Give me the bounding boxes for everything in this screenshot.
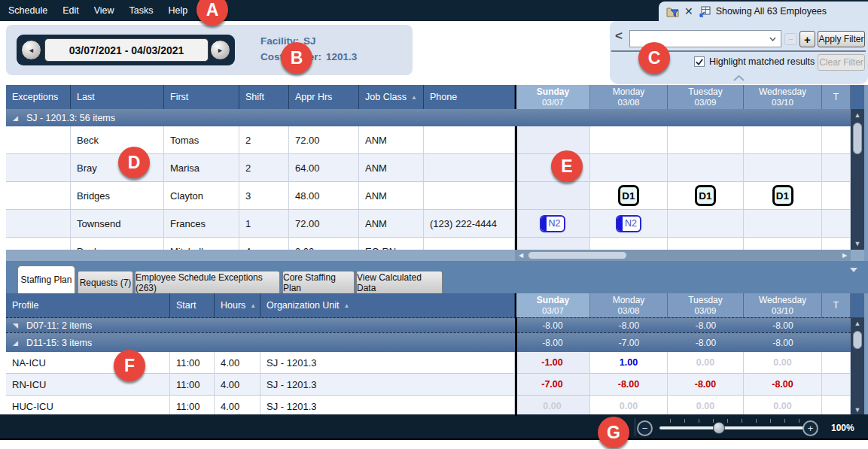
column-header-exceptions[interactable]: Exceptions (6, 85, 71, 109)
menu-item-view[interactable]: View (94, 5, 114, 16)
next-period-button[interactable]: ► (210, 40, 230, 60)
staffing-value-cell[interactable]: -8.00 (668, 374, 744, 396)
schedule-cell[interactable] (515, 238, 590, 250)
scroll-left-icon[interactable]: ◀ (516, 250, 526, 261)
column-header-last[interactable]: Last (71, 85, 164, 109)
employee-grid-horizontal-scrollbar[interactable]: ◀ ▶ (515, 250, 851, 261)
tab-view-calculated-data[interactable]: View Calculated Data (356, 271, 443, 293)
staffing-value-cell[interactable] (822, 396, 851, 416)
day-header-monday[interactable]: Monday03/08 (590, 85, 668, 109)
schedule-cell[interactable] (822, 210, 851, 238)
previous-period-button[interactable]: ◄ (21, 40, 41, 60)
scroll-up-icon[interactable]: ▲ (851, 109, 864, 121)
staffing-value-cell[interactable]: 0.00 (515, 396, 590, 416)
schedule-cell[interactable] (668, 126, 744, 154)
vscroll-thumb[interactable] (853, 123, 862, 154)
group-expander-icon[interactable]: ◢ (13, 114, 18, 122)
vscroll-thumb[interactable] (853, 331, 862, 349)
collapse-panel-chevron-icon[interactable] (733, 75, 745, 81)
clear-selection-icon[interactable]: ✕ (684, 6, 693, 17)
clear-filter-button[interactable]: Clear Filter (818, 54, 865, 71)
day-header-sunday[interactable]: Sunday03/07 (515, 85, 590, 109)
panel-collapse-caret-icon[interactable] (850, 268, 857, 272)
employee-row-townsend[interactable]: TownsendFrances172.00ANM(123) 222-4444N2… (6, 210, 851, 238)
day-header-wednesday[interactable]: Wednesday03/10 (744, 293, 822, 317)
staffing-value-cell[interactable]: 0.00 (668, 352, 744, 374)
shift-badge-n2[interactable]: N2 (540, 215, 565, 232)
highlight-matched-checkbox[interactable] (694, 56, 705, 67)
schedule-cell[interactable] (590, 238, 668, 250)
day-header-tuesday[interactable]: Tuesday03/09 (668, 85, 744, 109)
schedule-cell[interactable] (744, 154, 822, 182)
staffing-value-cell[interactable]: -7.00 (515, 374, 590, 396)
staffing-value-cell[interactable] (822, 374, 851, 396)
employee-grid-vertical-scrollbar[interactable]: ▲▼ (851, 109, 864, 250)
column-header-hours[interactable]: Hours▲ (215, 293, 260, 317)
staffing-value-cell[interactable]: -8.00 (744, 374, 822, 396)
staffing-grid-vertical-scrollbar[interactable]: ▲▼ (851, 317, 864, 416)
staffing-value-cell[interactable] (822, 352, 851, 374)
day-header-sunday[interactable]: Sunday03/07 (515, 293, 590, 317)
schedule-cell[interactable]: D1 (744, 182, 822, 210)
day-header-tuesday[interactable]: Tuesday03/09 (668, 293, 744, 317)
menu-item-help[interactable]: Help (169, 5, 188, 16)
column-header-start[interactable]: Start (170, 293, 215, 317)
save-filter-icon[interactable] (699, 6, 711, 17)
schedule-cell[interactable]: D1 (590, 182, 668, 210)
zoom-out-button[interactable]: − (637, 420, 653, 436)
staffing-value-cell[interactable]: 0.00 (744, 352, 822, 374)
staffing-value-cell[interactable]: 1.00 (590, 352, 668, 374)
staffing-value-cell[interactable]: -8.00 (590, 374, 668, 396)
scroll-right-icon[interactable]: ▶ (839, 250, 850, 261)
zoom-slider-track[interactable] (659, 426, 804, 429)
schedule-cell[interactable] (515, 126, 590, 154)
column-header-org_unit[interactable]: Organization Unit▲ (260, 293, 515, 317)
shift-badge-n2[interactable]: N2 (616, 215, 641, 232)
schedule-cell[interactable] (668, 238, 744, 250)
scroll-up-icon[interactable]: ▲ (851, 317, 864, 329)
group-expander-icon[interactable]: ◢ (13, 339, 18, 347)
hscroll-thumb[interactable] (528, 252, 626, 259)
staffing-value-cell[interactable]: 0.00 (744, 396, 822, 416)
schedule-cell[interactable] (822, 126, 851, 154)
schedule-cell[interactable] (822, 238, 851, 250)
apply-filter-button[interactable]: Apply Filter (818, 31, 865, 47)
schedule-cell[interactable] (744, 126, 822, 154)
day-header-monday[interactable]: Monday03/08 (590, 293, 668, 317)
schedule-cell[interactable] (822, 154, 851, 182)
column-header-phone[interactable]: Phone (424, 85, 515, 109)
schedule-cell[interactable]: N2 (515, 210, 590, 238)
shift-badge-d1[interactable]: D1 (695, 185, 716, 206)
employee-row-decker[interactable]: DeckerMitchell40.00EC-RN (6, 238, 851, 250)
zoom-in-button[interactable]: + (803, 420, 818, 436)
schedule-cell[interactable] (822, 182, 851, 210)
day-header-t[interactable]: T (822, 293, 851, 317)
menu-item-schedule[interactable]: Schedule (8, 5, 47, 16)
schedule-cell[interactable] (590, 126, 668, 154)
schedule-cell[interactable] (744, 238, 822, 250)
staffing-group-row[interactable]: ◢D11-15: 3 items-8.00-7.00-8.00-8.00 (6, 333, 851, 352)
tab-employee-schedule-exceptions-263-[interactable]: Employee Schedule Exceptions (263) (135, 271, 280, 293)
column-header-appr_hrs[interactable]: Appr Hrs (289, 85, 359, 109)
schedule-cell[interactable] (515, 182, 590, 210)
schedule-cell[interactable] (668, 154, 744, 182)
shift-badge-d1[interactable]: D1 (618, 185, 639, 206)
menu-item-edit[interactable]: Edit (62, 5, 79, 16)
column-header-shift[interactable]: Shift (239, 85, 289, 109)
shift-badge-d1[interactable]: D1 (772, 185, 793, 206)
employee-group-row[interactable]: ◢ SJ - 1201.3: 56 items (6, 109, 851, 126)
column-header-job_class[interactable]: Job Class▲ (359, 85, 424, 109)
staffing-group-row[interactable]: ◥D07-11: 2 items-8.00-8.00-8.00-8.00 (6, 317, 851, 333)
schedule-cell[interactable] (668, 210, 744, 238)
tab-requests-7-[interactable]: Requests (7) (78, 271, 133, 293)
column-header-profile[interactable]: Profile (6, 293, 170, 317)
collapse-left-chevron-icon[interactable]: < (615, 29, 623, 42)
staffing-value-cell[interactable]: 0.00 (668, 396, 744, 416)
schedule-cell[interactable] (744, 210, 822, 238)
menu-item-tasks[interactable]: Tasks (129, 5, 154, 16)
remove-filter-row-button[interactable]: − (784, 33, 797, 45)
schedule-cell[interactable] (590, 154, 668, 182)
scroll-down-icon[interactable]: ▼ (851, 238, 864, 250)
tab-core-staffing-plan[interactable]: Core Staffing Plan (282, 271, 355, 293)
day-header-t[interactable]: T (822, 85, 851, 109)
